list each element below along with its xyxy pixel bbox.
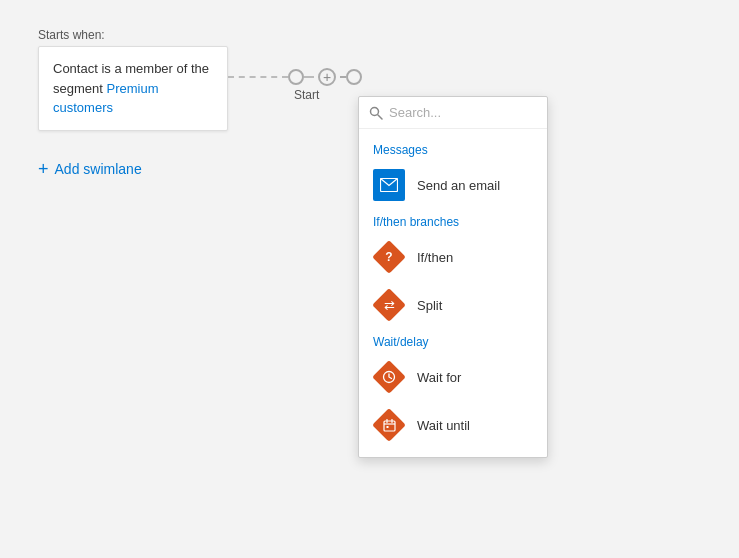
ifthen-symbol: ? bbox=[385, 250, 392, 264]
panel-content: Messages Send an email If/then branches … bbox=[359, 129, 547, 457]
connector-plus[interactable]: + bbox=[318, 68, 336, 86]
svg-point-0 bbox=[371, 107, 379, 115]
search-input[interactable] bbox=[389, 105, 537, 120]
section-messages-label: Messages bbox=[359, 137, 547, 161]
split-label: Split bbox=[417, 298, 442, 313]
section-wait-label: Wait/delay bbox=[359, 329, 547, 353]
menu-item-wait-until[interactable]: Wait until bbox=[359, 401, 547, 449]
menu-item-ifthen[interactable]: ? If/then bbox=[359, 233, 547, 281]
connector-area: + bbox=[228, 68, 362, 86]
ifthen-icon-wrapper: ? bbox=[373, 241, 405, 273]
send-email-label: Send an email bbox=[417, 178, 500, 193]
wait-for-icon-wrapper bbox=[373, 361, 405, 393]
line-segment bbox=[304, 76, 314, 78]
search-icon bbox=[369, 106, 383, 120]
arrow-circle bbox=[346, 69, 362, 85]
wait-until-label: Wait until bbox=[417, 418, 470, 433]
wait-until-icon-wrapper bbox=[373, 409, 405, 441]
ifthen-label: If/then bbox=[417, 250, 453, 265]
section-ifthen-label: If/then branches bbox=[359, 209, 547, 233]
wait-for-label: Wait for bbox=[417, 370, 461, 385]
svg-rect-8 bbox=[386, 426, 388, 428]
trigger-box[interactable]: Contact is a member of the segment Premi… bbox=[38, 46, 228, 131]
calendar-icon bbox=[383, 419, 396, 432]
start-label: Start bbox=[294, 88, 319, 102]
dashed-line bbox=[228, 76, 288, 78]
search-row bbox=[359, 97, 547, 129]
split-symbol: ⇄ bbox=[384, 298, 395, 313]
connector-circle bbox=[288, 69, 304, 85]
clock-icon bbox=[382, 370, 396, 384]
action-picker-panel: Messages Send an email If/then branches … bbox=[358, 96, 548, 458]
starts-when-label: Starts when: bbox=[38, 28, 105, 42]
split-icon-wrapper: ⇄ bbox=[373, 289, 405, 321]
menu-item-send-email[interactable]: Send an email bbox=[359, 161, 547, 209]
plus-icon: + bbox=[38, 160, 49, 178]
email-icon bbox=[373, 169, 405, 201]
add-swimlane-label: Add swimlane bbox=[55, 161, 142, 177]
menu-item-split[interactable]: ⇄ Split bbox=[359, 281, 547, 329]
canvas-area: Starts when: Contact is a member of the … bbox=[0, 0, 739, 558]
svg-line-1 bbox=[378, 115, 382, 119]
svg-rect-4 bbox=[384, 421, 395, 431]
menu-item-wait-for[interactable]: Wait for bbox=[359, 353, 547, 401]
add-swimlane-button[interactable]: + Add swimlane bbox=[38, 160, 142, 178]
